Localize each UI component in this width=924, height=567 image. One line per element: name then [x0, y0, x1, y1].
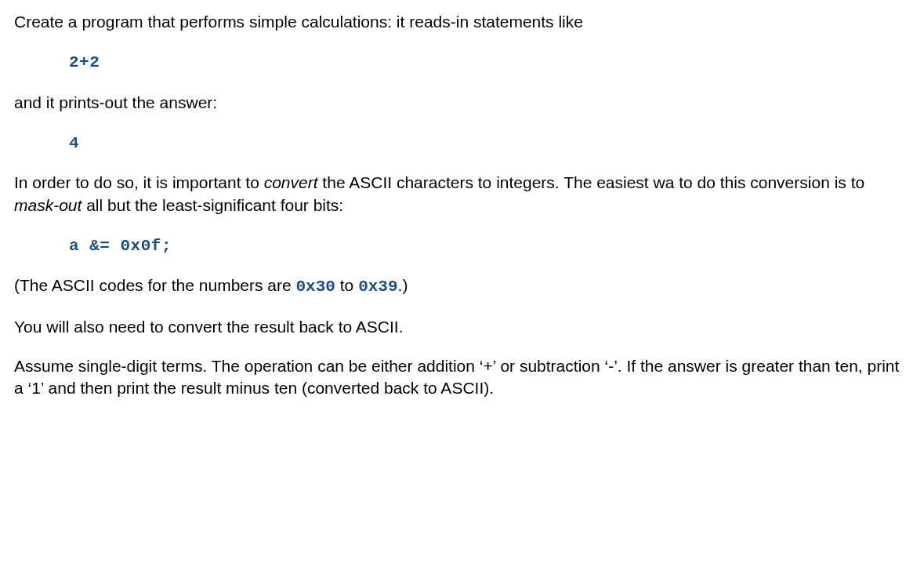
paragraph-convert-back: You will also need to convert the result… [14, 316, 910, 338]
code-example-input: 2+2 [69, 53, 100, 71]
code-hex-30: 0x30 [296, 278, 335, 296]
paragraph-ascii-range: (The ASCII codes for the numbers are 0x3… [14, 274, 910, 298]
text: the ASCII characters to integers. The ea… [318, 173, 865, 191]
text: Create a program that performs simple ca… [14, 13, 583, 31]
text: (The ASCII codes for the numbers are [14, 276, 296, 294]
italic-convert: convert [264, 173, 318, 191]
text: In order to do so, it is important to [14, 173, 264, 191]
example-input: 2+2 [69, 50, 910, 74]
text: Assume single-digit terms. The operation… [14, 357, 899, 397]
paragraph-convert: In order to do so, it is important to co… [14, 172, 910, 216]
paragraph-intro: Create a program that performs simple ca… [14, 11, 910, 33]
text: You will also need to convert the result… [14, 318, 404, 336]
code-hex-39: 0x39 [358, 278, 397, 296]
text: .) [398, 276, 408, 294]
example-mask: a &= 0x0f; [69, 234, 910, 257]
code-example-output: 4 [69, 134, 79, 152]
example-output: 4 [69, 131, 910, 154]
italic-maskout: mask-out [14, 196, 82, 214]
text: to [335, 276, 358, 294]
code-example-mask: a &= 0x0f; [69, 237, 172, 255]
text: and it prints-out the answer: [14, 93, 217, 111]
paragraph-answer-intro: and it prints-out the answer: [14, 92, 910, 114]
text: all but the least-significant four bits: [82, 196, 343, 214]
paragraph-assumptions: Assume single-digit terms. The operation… [14, 355, 910, 400]
